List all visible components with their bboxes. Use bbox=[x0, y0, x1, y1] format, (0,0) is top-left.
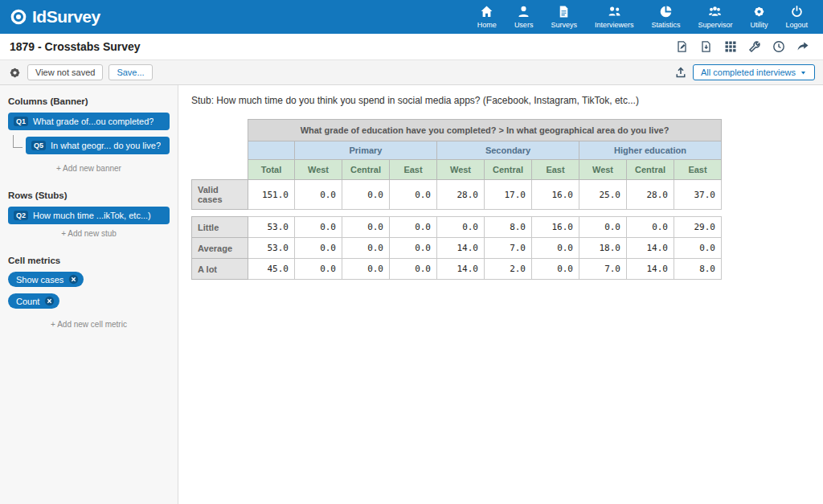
metric-list: Show casesCount bbox=[8, 272, 170, 315]
nav-item-interviewers[interactable]: Interviewers bbox=[586, 5, 643, 29]
columns-banner-heading: Columns (Banner) bbox=[8, 96, 170, 106]
column-group-primary: Primary bbox=[295, 141, 437, 160]
table-cell: 8.0 bbox=[485, 217, 532, 238]
table-cell: 0.0 bbox=[295, 217, 342, 238]
table-cell: 0.0 bbox=[437, 217, 485, 238]
nav-item-home[interactable]: Home bbox=[469, 5, 506, 29]
column-group-empty bbox=[248, 141, 295, 160]
table-cell: 25.0 bbox=[579, 180, 627, 210]
page-title: 1879 - Crosstabs Survey bbox=[10, 40, 141, 53]
statistics-icon bbox=[659, 5, 673, 18]
nav-item-surveys[interactable]: Surveys bbox=[542, 5, 586, 29]
table-cell: 17.0 bbox=[485, 180, 532, 210]
edit-document-button[interactable] bbox=[672, 37, 693, 56]
question-badge: Q1 bbox=[14, 117, 28, 126]
table-cell: 0.0 bbox=[342, 238, 390, 259]
table-cell: 0.0 bbox=[295, 180, 342, 210]
wrench-button[interactable] bbox=[744, 37, 765, 56]
banner-pill-q1[interactable]: Q1What grade of...ou completed? bbox=[8, 113, 170, 130]
nav-item-logout[interactable]: Logout bbox=[776, 5, 817, 29]
table-corner bbox=[192, 141, 248, 160]
table-cell: 7.0 bbox=[485, 238, 532, 259]
table-cell: 2.0 bbox=[485, 259, 532, 280]
table-cell: 53.0 bbox=[248, 217, 295, 238]
table-row-label: Average bbox=[192, 238, 248, 259]
stub-question-title: Stub: How much time do you think you spe… bbox=[191, 95, 810, 106]
table-cell: 53.0 bbox=[248, 238, 295, 259]
table-corner bbox=[192, 160, 248, 180]
toolbar: View not saved Save... All completed int… bbox=[0, 60, 823, 85]
column-header-west: West bbox=[295, 160, 342, 180]
table-row-label: Little bbox=[192, 217, 248, 238]
table-cell: 28.0 bbox=[627, 180, 674, 210]
stub-pill-q2[interactable]: Q2How much time ...ikTok, etc...) bbox=[8, 207, 170, 224]
surveys-icon bbox=[557, 5, 571, 18]
view-not-saved-button[interactable]: View not saved bbox=[27, 64, 103, 80]
share-button[interactable] bbox=[792, 37, 813, 56]
banner-pill-q5[interactable]: Q5In what geogr... do you live? bbox=[26, 137, 170, 154]
table-cell: 0.0 bbox=[295, 259, 342, 280]
remove-icon[interactable] bbox=[44, 296, 55, 306]
home-icon bbox=[480, 5, 493, 18]
table-cell: 0.0 bbox=[532, 238, 579, 259]
table-cell: 0.0 bbox=[532, 259, 579, 280]
grid-button[interactable] bbox=[720, 37, 741, 56]
nav-item-users[interactable]: Users bbox=[506, 5, 543, 29]
history-button[interactable] bbox=[768, 37, 789, 56]
metric-pill-show-cases[interactable]: Show cases bbox=[8, 272, 84, 287]
table-row-label: A lot bbox=[192, 259, 248, 280]
export-icon[interactable] bbox=[674, 66, 687, 79]
table-cell: 16.0 bbox=[532, 217, 579, 238]
save-button[interactable]: Save... bbox=[109, 64, 152, 80]
wrench-icon bbox=[748, 40, 761, 53]
logout-icon bbox=[790, 5, 804, 18]
main-area: Stub: How much time do you think you spe… bbox=[178, 85, 823, 504]
nav-item-statistics[interactable]: Statistics bbox=[642, 5, 689, 29]
tree-connector bbox=[13, 135, 23, 148]
column-group-secondary: Secondary bbox=[437, 141, 579, 160]
column-header-central: Central bbox=[485, 160, 532, 180]
nav-item-label: Supervisor bbox=[698, 21, 732, 29]
top-nav: HomeUsersSurveysInterviewersStatisticsSu… bbox=[469, 5, 817, 29]
users-icon bbox=[517, 5, 530, 18]
banner-title: What grade of education have you complet… bbox=[248, 120, 722, 141]
grid-icon bbox=[724, 40, 737, 53]
nav-item-supervisor[interactable]: Supervisor bbox=[689, 5, 741, 29]
interviews-filter-label: All completed interviews bbox=[701, 68, 796, 77]
question-label: How much time ...ikTok, etc...) bbox=[33, 211, 151, 220]
download-document-button[interactable] bbox=[696, 37, 717, 56]
brand-icon bbox=[10, 8, 27, 26]
stub-list: Q2How much time ...ikTok, etc...) bbox=[8, 207, 170, 224]
column-header-west: West bbox=[437, 160, 485, 180]
metric-pill-count[interactable]: Count bbox=[8, 293, 59, 309]
table-cell: 0.0 bbox=[390, 180, 437, 210]
add-new-stub-link[interactable]: + Add new stub bbox=[8, 229, 170, 238]
brand-name: IdSurvey bbox=[32, 7, 100, 27]
table-cell: 14.0 bbox=[627, 238, 674, 259]
column-header-total: Total bbox=[248, 160, 295, 180]
crosstab-table: What grade of education have you complet… bbox=[191, 119, 722, 280]
caret-down-icon bbox=[800, 69, 807, 76]
table-cell: 14.0 bbox=[627, 259, 674, 280]
nav-item-utility[interactable]: Utility bbox=[741, 5, 776, 29]
table-cell: 14.0 bbox=[437, 259, 485, 280]
brand-logo[interactable]: IdSurvey bbox=[10, 7, 100, 27]
column-group-higher-education: Higher education bbox=[579, 141, 722, 160]
table-cell: 151.0 bbox=[248, 180, 295, 210]
table-cell: 8.0 bbox=[674, 259, 722, 280]
table-cell: 0.0 bbox=[579, 217, 627, 238]
metric-label: Count bbox=[16, 297, 39, 306]
edit-document-icon bbox=[676, 40, 689, 53]
add-new-banner-link[interactable]: + Add new banner bbox=[8, 164, 170, 173]
remove-icon[interactable] bbox=[68, 274, 79, 285]
gear-icon[interactable] bbox=[8, 66, 22, 80]
table-cell: 0.0 bbox=[627, 217, 674, 238]
nav-item-label: Surveys bbox=[551, 21, 577, 29]
table-row: A lot45.00.00.00.014.02.00.07.014.08.0 bbox=[192, 259, 722, 280]
question-badge: Q5 bbox=[31, 141, 46, 150]
add-new-cell-metric-link[interactable]: + Add new cell metric bbox=[8, 320, 170, 329]
table-cell: 0.0 bbox=[390, 217, 437, 238]
interviews-filter-dropdown[interactable]: All completed interviews bbox=[693, 64, 815, 80]
question-badge: Q2 bbox=[14, 211, 28, 220]
table-cell: 14.0 bbox=[437, 238, 485, 259]
